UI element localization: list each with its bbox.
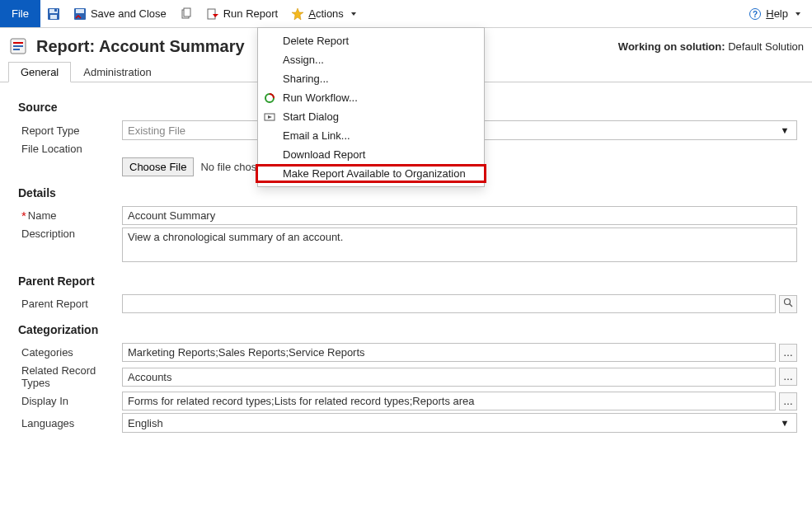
svg-rect-3	[54, 9, 57, 12]
choose-file-label: Choose File	[129, 161, 186, 173]
label-parent-report: Parent Report	[18, 298, 115, 310]
svg-rect-7	[184, 8, 190, 16]
display-in-edit-button[interactable]: …	[779, 392, 797, 410]
svg-rect-2	[50, 15, 57, 19]
floppy-save-icon	[47, 7, 60, 21]
help-icon: ?	[749, 7, 762, 21]
menu-item-label: Run Workflow...	[283, 91, 358, 104]
label-display-in: Display In	[18, 395, 115, 407]
related-record-types-input[interactable]	[122, 368, 776, 387]
choose-file-button[interactable]: Choose File	[122, 157, 194, 176]
menu-item-label: Assign...	[283, 54, 324, 66]
toolbar: File Save and Close Run Report Actions ?	[0, 0, 812, 28]
menu-item-download-report[interactable]: Download Report	[258, 145, 484, 164]
name-input[interactable]	[122, 206, 797, 225]
caret-down-icon	[351, 12, 356, 16]
label-file-location: File Location	[18, 143, 115, 155]
help-button[interactable]: ? Help	[742, 0, 807, 27]
menu-item-label: Start Dialog	[283, 110, 339, 123]
svg-rect-5	[76, 9, 84, 13]
copy-icon	[180, 7, 193, 21]
menu-item-sharing[interactable]: Sharing...	[258, 69, 484, 88]
caret-down-icon	[796, 12, 800, 16]
menu-item-make-available-org[interactable]: Make Report Available to Organization	[256, 164, 486, 183]
tab-general[interactable]: General	[8, 62, 71, 82]
menu-item-label: Download Report	[283, 148, 365, 161]
svg-rect-18	[13, 49, 20, 50]
section-details: Details	[18, 186, 797, 199]
description-textarea[interactable]	[122, 228, 797, 262]
actions-star-icon	[291, 7, 304, 21]
run-report-label: Run Report	[223, 7, 278, 20]
floppy-close-icon	[73, 7, 87, 21]
file-menu-button[interactable]: File	[0, 0, 40, 27]
menu-item-label: Sharing...	[283, 73, 329, 85]
actions-menu-button[interactable]: Actions	[284, 0, 363, 27]
actions-menu: Delete Report Assign... Sharing... Run W…	[257, 27, 485, 187]
search-icon	[783, 298, 793, 310]
display-in-input[interactable]	[122, 392, 776, 410]
solution-label: Working on solution: Default Solution	[618, 40, 804, 53]
save-and-close-label: Save and Close	[91, 7, 167, 20]
label-name: * Name	[18, 209, 115, 222]
chevron-down-icon: ▼	[778, 125, 791, 135]
label-languages: Languages	[18, 417, 115, 429]
menu-item-delete-report[interactable]: Delete Report	[258, 31, 484, 50]
menu-item-assign[interactable]: Assign...	[258, 50, 484, 69]
svg-line-20	[790, 304, 793, 307]
categories-edit-button[interactable]: …	[779, 344, 797, 362]
parent-report-input[interactable]	[122, 294, 776, 313]
menu-item-start-dialog[interactable]: Start Dialog	[258, 107, 484, 126]
svg-rect-17	[13, 45, 23, 47]
report-type-value: Existing File	[128, 124, 185, 137]
languages-value: English	[128, 417, 163, 429]
label-description: Description	[18, 228, 115, 240]
menu-item-run-workflow[interactable]: Run Workflow...	[258, 88, 484, 107]
save-button[interactable]	[40, 0, 67, 27]
menu-item-label: Make Report Available to Organization	[283, 167, 466, 180]
categories-input[interactable]	[122, 343, 776, 362]
lookup-button[interactable]	[779, 295, 797, 313]
menu-item-label: Delete Report	[283, 35, 349, 47]
run-report-button[interactable]: Run Report	[199, 0, 284, 27]
copy-button[interactable]	[173, 0, 199, 27]
dialog-icon	[263, 110, 276, 124]
actions-label: Actions	[308, 7, 344, 20]
tab-administration[interactable]: Administration	[71, 62, 163, 82]
related-edit-button[interactable]: …	[779, 368, 797, 386]
svg-marker-9	[292, 8, 303, 20]
name-label-text: Name	[28, 209, 57, 222]
tab-label: General	[21, 66, 59, 78]
run-report-icon	[206, 7, 219, 21]
menu-item-label: Email a Link...	[283, 129, 350, 142]
solution-prefix: Working on solution:	[618, 40, 725, 53]
svg-rect-16	[13, 42, 23, 44]
svg-point-19	[785, 299, 791, 305]
languages-select[interactable]: English ▼	[122, 413, 797, 433]
file-menu-label: File	[12, 7, 29, 20]
label-related-record-types: Related Record Types	[18, 364, 115, 389]
page-title: Report: Account Summary	[36, 37, 245, 56]
help-label: Help	[766, 7, 788, 20]
save-and-close-button[interactable]: Save and Close	[67, 0, 173, 27]
section-parent-report: Parent Report	[18, 274, 797, 288]
solution-name: Default Solution	[728, 40, 804, 53]
svg-text:?: ?	[753, 10, 758, 19]
report-icon	[8, 36, 28, 56]
section-categorization: Categorization	[18, 323, 797, 336]
label-categories: Categories	[18, 346, 115, 359]
workflow-icon	[263, 91, 276, 105]
label-report-type: Report Type	[18, 124, 115, 137]
chevron-down-icon: ▼	[778, 418, 791, 428]
menu-item-email-link[interactable]: Email a Link...	[258, 126, 484, 145]
tab-label: Administration	[83, 66, 151, 78]
